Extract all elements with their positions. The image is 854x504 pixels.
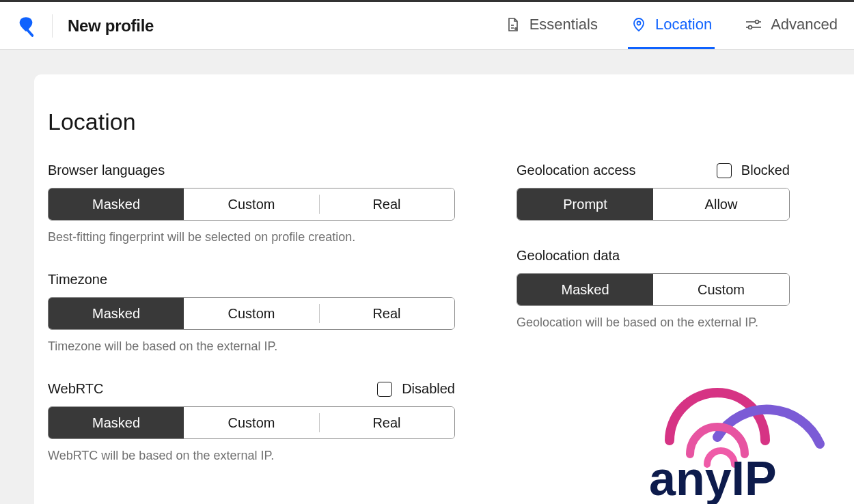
app-logo [16, 14, 37, 38]
setting-geo-data: Geolocation data Masked Custom Geolocati… [516, 248, 790, 330]
document-icon [505, 16, 521, 33]
seg-option-real[interactable]: Real [319, 407, 454, 438]
checkbox-webrtc-disabled[interactable] [377, 382, 392, 397]
setting-label: Geolocation access [516, 163, 636, 178]
section-title: Location [48, 109, 840, 135]
setting-label: Timezone [48, 272, 107, 288]
watermark-logo: anyIP [642, 386, 840, 504]
svg-point-5 [756, 20, 759, 24]
setting-webrtc: WebRTC Disabled Masked Custom Real WebRT… [48, 381, 455, 463]
checkbox-geo-blocked[interactable] [717, 163, 732, 178]
setting-timezone: Timezone Masked Custom Real Timezone wil… [48, 272, 455, 354]
setting-browser-languages: Browser languages Masked Custom Real Bes… [48, 163, 455, 244]
setting-label: WebRTC [48, 381, 104, 397]
tab-advanced[interactable]: Advanced [742, 2, 840, 49]
setting-geo-access: Geolocation access Blocked Prompt Allow [516, 163, 790, 221]
svg-point-7 [749, 26, 752, 29]
page-title: New profile [68, 16, 154, 36]
seg-option-masked[interactable]: Masked [49, 298, 184, 329]
tab-label: Advanced [771, 16, 838, 33]
checkbox-label: Blocked [741, 163, 790, 178]
seg-option-prompt[interactable]: Prompt [517, 188, 653, 220]
topbar: New profile Essentials Location [0, 2, 854, 50]
seg-option-masked[interactable]: Masked [49, 407, 184, 438]
tabs: Essentials Location Advanced [502, 2, 840, 49]
seg-option-custom[interactable]: Custom [184, 407, 319, 438]
seg-option-allow[interactable]: Allow [653, 188, 789, 220]
svg-text:anyIP: anyIP [649, 452, 777, 504]
seg-option-custom[interactable]: Custom [184, 298, 319, 329]
svg-point-3 [637, 22, 640, 25]
helper-text: Geolocation will be based on the externa… [516, 316, 790, 330]
seg-geo-data: Masked Custom [516, 273, 790, 306]
setting-label: Geolocation data [516, 248, 620, 264]
setting-label: Browser languages [48, 163, 165, 178]
location-panel: Location Browser languages Masked Custom… [34, 74, 854, 504]
sliders-icon [745, 16, 762, 33]
tab-location[interactable]: Location [628, 2, 715, 49]
seg-browser-languages: Masked Custom Real [48, 188, 455, 221]
svg-point-2 [514, 28, 516, 30]
seg-option-masked[interactable]: Masked [517, 274, 653, 305]
seg-option-custom[interactable]: Custom [653, 274, 789, 305]
checkbox-label: Disabled [402, 381, 455, 397]
tab-essentials[interactable]: Essentials [502, 2, 601, 49]
helper-text: Timezone will be based on the external I… [48, 339, 455, 354]
separator [52, 14, 53, 38]
seg-option-custom[interactable]: Custom [184, 188, 319, 220]
tab-label: Location [655, 16, 712, 33]
seg-option-real[interactable]: Real [319, 298, 454, 329]
seg-option-masked[interactable]: Masked [49, 188, 184, 220]
seg-geo-access: Prompt Allow [516, 188, 790, 221]
helper-text: WebRTC will be based on the external IP. [48, 449, 455, 463]
seg-webrtc: Masked Custom Real [48, 406, 455, 439]
tab-label: Essentials [529, 16, 598, 33]
seg-option-real[interactable]: Real [319, 188, 454, 220]
seg-timezone: Masked Custom Real [48, 297, 455, 330]
helper-text: Best-fitting fingerprint will be selecte… [48, 230, 455, 244]
location-pin-icon [631, 16, 647, 33]
